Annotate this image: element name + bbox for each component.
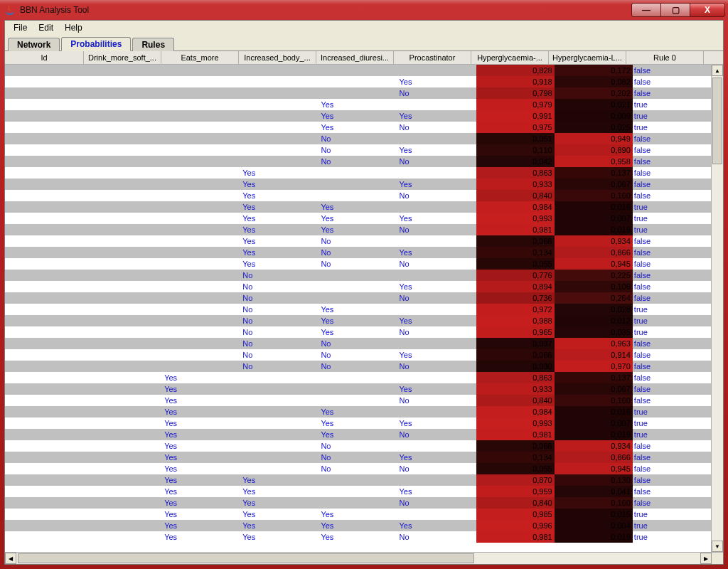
- table-cell[interactable]: No: [319, 133, 397, 144]
- table-cell-prob[interactable]: 0,965: [476, 326, 555, 338]
- table-cell[interactable]: No: [319, 338, 397, 349]
- table-cell-rule[interactable]: false: [633, 372, 711, 383]
- table-cell-prob[interactable]: 0,134: [476, 452, 555, 463]
- table-cell[interactable]: [85, 76, 163, 87]
- table-cell-prob[interactable]: 0,979: [476, 99, 555, 110]
- table-cell[interactable]: [5, 486, 85, 497]
- table-cell[interactable]: [241, 87, 319, 99]
- table-cell[interactable]: [5, 509, 85, 520]
- table-cell[interactable]: [5, 99, 85, 110]
- table-cell[interactable]: [163, 133, 241, 144]
- table-cell-rule[interactable]: true: [633, 201, 711, 213]
- table-cell[interactable]: No: [398, 224, 476, 235]
- table-cell-rule[interactable]: false: [633, 65, 711, 76]
- table-cell[interactable]: No: [398, 156, 476, 167]
- table-cell[interactable]: [85, 418, 163, 429]
- table-cell[interactable]: [241, 395, 319, 406]
- table-cell-prob[interactable]: 0,984: [476, 201, 555, 213]
- table-cell-rule[interactable]: true: [633, 315, 711, 326]
- table-cell-prob[interactable]: 0,945: [555, 463, 633, 474]
- table-cell[interactable]: [241, 110, 319, 122]
- table-cell[interactable]: [319, 190, 397, 201]
- table-cell-prob[interactable]: 0,866: [555, 247, 633, 258]
- table-cell-prob[interactable]: 0,225: [555, 270, 633, 281]
- table-cell[interactable]: [163, 179, 241, 190]
- table-cell[interactable]: Yes: [319, 326, 397, 338]
- table-cell[interactable]: [85, 179, 163, 190]
- table-cell[interactable]: Yes: [241, 531, 319, 543]
- table-cell[interactable]: [85, 110, 163, 122]
- table-cell[interactable]: [5, 452, 85, 463]
- table-cell-rule[interactable]: false: [633, 349, 711, 361]
- table-cell[interactable]: Yes: [241, 509, 319, 520]
- column-header[interactable]: Hyperglycaemia-L...: [549, 51, 626, 64]
- table-cell[interactable]: [85, 213, 163, 224]
- table-cell[interactable]: [5, 338, 85, 349]
- column-header[interactable]: Hyperglycaemia-...: [471, 51, 549, 64]
- table-cell-prob[interactable]: 0,981: [476, 224, 555, 235]
- column-header[interactable]: Increased_body_...: [239, 51, 316, 64]
- table-cell[interactable]: Yes: [163, 509, 241, 520]
- table-cell[interactable]: No: [398, 122, 476, 133]
- table-cell[interactable]: Yes: [398, 144, 476, 156]
- table-cell-rule[interactable]: true: [633, 326, 711, 338]
- table-cell[interactable]: Yes: [319, 224, 397, 235]
- table-cell[interactable]: [163, 65, 241, 76]
- table-row[interactable]: YesNo0,8400,160false: [5, 190, 711, 201]
- table-cell[interactable]: [241, 463, 319, 474]
- table-cell[interactable]: No: [319, 349, 397, 361]
- table-cell[interactable]: [319, 76, 397, 87]
- table-cell[interactable]: [319, 270, 397, 281]
- table-cell[interactable]: [5, 133, 85, 144]
- table-cell-rule[interactable]: false: [633, 338, 711, 349]
- table-cell[interactable]: Yes: [241, 224, 319, 235]
- table-cell[interactable]: No: [319, 235, 397, 247]
- table-cell[interactable]: [398, 167, 476, 179]
- table-cell[interactable]: [85, 65, 163, 76]
- table-cell[interactable]: [5, 349, 85, 361]
- table-cell[interactable]: [85, 99, 163, 110]
- table-row[interactable]: YesYesYesYes0,9960,004true: [5, 520, 711, 531]
- table-cell[interactable]: [319, 497, 397, 509]
- table-cell[interactable]: No: [241, 292, 319, 304]
- table-cell[interactable]: Yes: [319, 99, 397, 110]
- table-cell[interactable]: No: [398, 87, 476, 99]
- table-cell[interactable]: [85, 270, 163, 281]
- table-cell-prob[interactable]: 0,991: [476, 110, 555, 122]
- table-cell[interactable]: Yes: [319, 531, 397, 543]
- table-cell[interactable]: No: [398, 361, 476, 372]
- table-cell-prob[interactable]: 0,202: [555, 87, 633, 99]
- table-cell[interactable]: Yes: [319, 315, 397, 326]
- table-row[interactable]: YesYes0,8700,130false: [5, 474, 711, 486]
- table-cell-prob[interactable]: 0,736: [476, 292, 555, 304]
- column-header[interactable]: Drink_more_soft_...: [84, 51, 161, 64]
- table-cell[interactable]: [319, 292, 397, 304]
- table-cell[interactable]: [163, 292, 241, 304]
- table-cell[interactable]: Yes: [398, 520, 476, 531]
- table-cell-rule[interactable]: false: [633, 133, 711, 144]
- table-cell[interactable]: Yes: [319, 201, 397, 213]
- table-cell-prob[interactable]: 0,055: [476, 258, 555, 270]
- table-cell-prob[interactable]: 0,959: [476, 486, 555, 497]
- table-cell[interactable]: Yes: [398, 76, 476, 87]
- table-cell[interactable]: Yes: [398, 315, 476, 326]
- table-cell[interactable]: [163, 326, 241, 338]
- table-cell[interactable]: Yes: [319, 520, 397, 531]
- table-row[interactable]: YesYes0,9330,067false: [5, 179, 711, 190]
- table-row[interactable]: YesNoNo0,0550,945false: [5, 463, 711, 474]
- table-cell-prob[interactable]: 0,066: [476, 440, 555, 452]
- table-cell[interactable]: No: [241, 338, 319, 349]
- table-cell-prob[interactable]: 0,137: [555, 372, 633, 383]
- table-cell[interactable]: [5, 315, 85, 326]
- table-cell[interactable]: Yes: [241, 190, 319, 201]
- table-cell[interactable]: [85, 440, 163, 452]
- table-cell-prob[interactable]: 0,110: [476, 144, 555, 156]
- vertical-scrollbar[interactable]: ▲ ▼: [711, 65, 723, 552]
- table-cell[interactable]: [319, 474, 397, 486]
- table-cell[interactable]: No: [398, 395, 476, 406]
- table-cell[interactable]: [241, 76, 319, 87]
- table-cell[interactable]: [163, 122, 241, 133]
- table-cell[interactable]: Yes: [241, 497, 319, 509]
- table-cell-prob[interactable]: 0,021: [555, 99, 633, 110]
- column-header[interactable]: Rule 0: [626, 51, 704, 64]
